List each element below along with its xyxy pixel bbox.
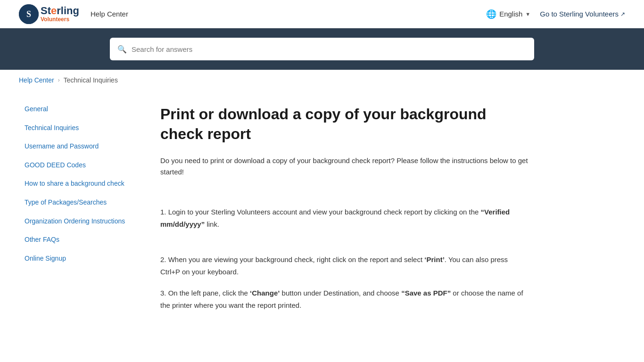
chevron-down-icon: ▼ (525, 11, 530, 17)
header-left: S Sterling Volunteers Help Center (19, 4, 128, 24)
search-input[interactable] (132, 45, 527, 53)
language-selector[interactable]: 🌐 English ▼ (486, 9, 530, 19)
content-step-3: 3. On the left pane, click the ‘Change’ … (160, 287, 528, 311)
content-step-1: 1. Login to your Sterling Volunteers acc… (160, 206, 528, 230)
page-title: Print or download a copy of your backgro… (160, 105, 528, 144)
step2-bold: ‘Print’ (424, 255, 445, 263)
step3-bold2: “Save as PDF” (401, 289, 451, 297)
logo-text: Sterling Volunteers (41, 5, 79, 23)
sidebar-item-username[interactable]: Username and Password (19, 137, 141, 156)
step3-start: 3. On the left pane, click the (160, 289, 250, 297)
spacer2 (160, 239, 528, 254)
external-link-icon: ↗ (620, 11, 625, 17)
search-bar: 🔍 (0, 28, 644, 70)
sidebar-item-otherfaqs[interactable]: Other FAQs (19, 230, 141, 249)
step3-mid: button under Destination, and choose (280, 289, 401, 297)
sidebar: General Technical Inquiries Username and… (19, 100, 141, 321)
sidebar-item-technical[interactable]: Technical Inquiries (19, 119, 141, 138)
logo[interactable]: S Sterling Volunteers (19, 4, 79, 24)
sidebar-item-ordering[interactable]: Organization Ordering Instructions (19, 212, 141, 231)
step2-start: 2. When you are viewing your background … (160, 255, 424, 263)
step1-end: link. (205, 220, 219, 228)
globe-icon: 🌐 (486, 9, 496, 19)
language-label: English (499, 10, 522, 18)
main-layout: General Technical Inquiries Username and… (0, 90, 613, 330)
breadcrumb-separator: › (58, 77, 60, 83)
sidebar-item-packages[interactable]: Type of Packages/Searches (19, 193, 141, 212)
go-sterling-label: Go to Sterling Volunteers (540, 10, 619, 18)
content-step-2: 2. When you are viewing your background … (160, 254, 528, 278)
content-intro: Do you need to print or download a copy … (160, 155, 528, 178)
search-icon: 🔍 (117, 45, 127, 54)
help-center-link[interactable]: Help Center (91, 10, 128, 18)
logo-name: Sterling (41, 5, 79, 16)
svg-text:S: S (26, 9, 31, 19)
logo-icon: S (19, 4, 39, 24)
sidebar-item-signup[interactable]: Online Signup (19, 249, 141, 268)
spacer1 (160, 192, 528, 206)
header-right: 🌐 English ▼ Go to Sterling Volunteers ↗ (486, 9, 625, 19)
logo-sub: Volunteers (41, 16, 79, 23)
search-input-wrapper: 🔍 (110, 38, 534, 60)
sidebar-item-share[interactable]: How to share a background check (19, 174, 141, 193)
sidebar-item-gooddeed[interactable]: GOOD DEED Codes (19, 156, 141, 175)
breadcrumb-current: Technical Inquiries (64, 76, 118, 84)
header: S Sterling Volunteers Help Center 🌐 Engl… (0, 0, 644, 28)
go-sterling-link[interactable]: Go to Sterling Volunteers ↗ (540, 10, 625, 18)
sidebar-item-general[interactable]: General (19, 100, 141, 119)
step1-text: 1. Login to your Sterling Volunteers acc… (160, 208, 481, 216)
breadcrumb: Help Center › Technical Inquiries (0, 70, 644, 90)
content-area: Print or download a copy of your backgro… (160, 100, 528, 321)
breadcrumb-home[interactable]: Help Center (19, 76, 54, 84)
step3-bold1: ‘Change’ (250, 289, 280, 297)
